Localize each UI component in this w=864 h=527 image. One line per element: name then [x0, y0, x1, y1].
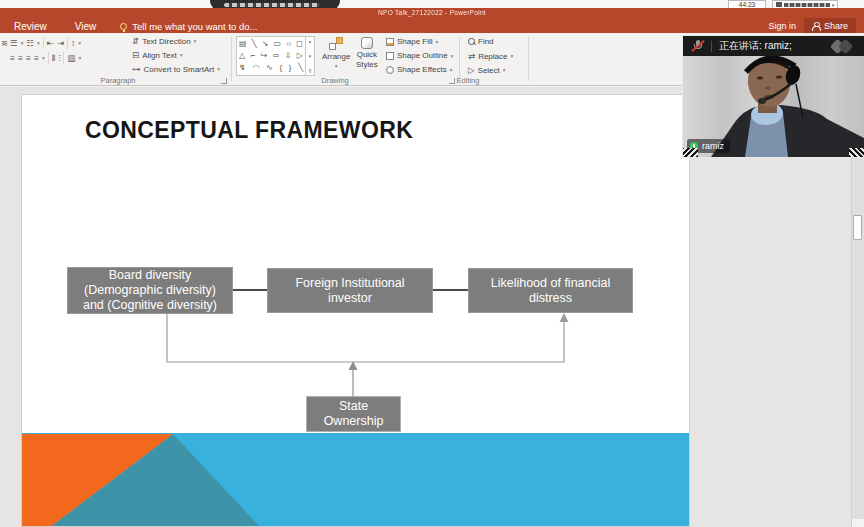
gallery-down-icon[interactable]: ▾	[309, 53, 312, 59]
decrease-indent-icon[interactable]: ⇤	[47, 38, 54, 48]
slide-canvas[interactable]: CONCEPTUAL FRAMEWORK Board diversity (De…	[21, 94, 690, 527]
box-line: distress	[529, 291, 572, 306]
align-left-icon[interactable]: ≡	[10, 53, 15, 63]
scrollbar-thumb[interactable]	[853, 215, 862, 240]
ribbon-tabs: Review View Tell me what you want to do.…	[10, 19, 257, 34]
diagonal-line-shape-icon[interactable]: ╲	[298, 62, 303, 74]
select-label: Select	[478, 66, 500, 75]
line-shape-icon[interactable]: ╲	[252, 38, 257, 50]
paragraph-group-label: Paragraph	[78, 76, 158, 85]
paragraph-row2: ≡ ≡ ≡ ≡▾ ⫴ ⫶ ▥▾	[10, 52, 81, 64]
shape-row-2: △ ⌐ ↪ ⇨ ⇩ ▷	[239, 50, 303, 62]
share-button[interactable]: Share	[804, 18, 856, 33]
text-columns-icon[interactable]: ⫶	[58, 53, 60, 63]
shape-outline-button[interactable]: Shape Outline ▾	[386, 51, 453, 60]
shape-gallery-scroll[interactable]: ▴ ▾ ⊽	[306, 36, 315, 76]
arc-shape-icon[interactable]: ◠	[252, 62, 259, 74]
convert-smartart-button[interactable]: ⊶ Convert to SmartArt ▾	[132, 64, 220, 74]
align-center-icon[interactable]: ≡	[18, 53, 23, 63]
increase-indent-icon[interactable]: ⇥	[57, 38, 64, 48]
replace-icon: ⇄	[468, 51, 475, 61]
bullets-icon[interactable]: ☰	[10, 38, 18, 48]
sign-in-link[interactable]: Sign in	[768, 21, 796, 31]
text-direction-button[interactable]: ⇵ Text Direction ▾	[132, 36, 196, 46]
tell-me-label: Tell me what you want to do...	[132, 21, 257, 32]
tab-view[interactable]: View	[71, 19, 101, 34]
resize-handle-right[interactable]	[849, 148, 864, 157]
select-button[interactable]: ▷ Select ▾	[468, 65, 506, 75]
align-right-icon[interactable]: ≡	[26, 53, 31, 63]
box-line: and (Cognitive diversity)	[83, 298, 217, 313]
webcam-panel[interactable]: 正在讲话: ramiz;	[683, 36, 864, 157]
add-remove-columns-icon[interactable]: ▥	[67, 53, 75, 63]
meeting-app-logo-icon	[830, 40, 856, 53]
shape-fill-button[interactable]: Shape Fill ▾	[386, 37, 438, 46]
cut-off-icons: ≋	[1, 38, 8, 48]
box-line: Board diversity	[109, 268, 192, 283]
columns-icon[interactable]: ⫴	[52, 53, 56, 63]
select-cursor-icon: ▷	[468, 65, 475, 75]
drawing-group-label: Drawing	[295, 76, 375, 85]
webcam-header[interactable]: 正在讲话: ramiz;	[683, 36, 864, 56]
tab-review[interactable]: Review	[10, 19, 51, 34]
paragraph-row1: ☰▾ ☷▾ ⇤ ⇥ ↕▾	[10, 37, 81, 49]
text-direction-icon: ⇵	[132, 36, 139, 46]
textbox-shape-icon[interactable]: ▤	[239, 38, 247, 50]
shape-gallery[interactable]: ▤ ╲ ↘ ▭ ○ ◻ △ ⌐ ↪ ⇨ ⇩ ▷ ↯ ◠ ∿ { } ╲	[236, 36, 306, 76]
shape-effects-label: Shape Effects	[397, 65, 447, 74]
box-state-ownership[interactable]: State Ownership	[306, 396, 401, 432]
freeform-shape-icon[interactable]: ↯	[239, 62, 246, 74]
speaking-label: 正在讲话: ramiz;	[719, 39, 792, 53]
numbering-icon[interactable]: ☷	[26, 38, 34, 48]
monitor-icon	[776, 2, 782, 7]
right-arrow-shape-icon[interactable]: ⇨	[273, 50, 280, 62]
share-button-label: Share	[824, 21, 848, 31]
shape-outline-label: Shape Outline	[397, 51, 448, 60]
box-board-diversity[interactable]: Board diversity (Demographic diversity) …	[67, 267, 233, 314]
line-spacing-icon[interactable]: ↕	[71, 38, 75, 48]
shape-row-3: ↯ ◠ ∿ { } ╲	[239, 62, 303, 74]
align-text-label: Align Text	[142, 51, 177, 60]
find-button[interactable]: Find	[468, 37, 494, 46]
document-title: NPO Talk_27122022 - PowerPoint	[0, 9, 864, 16]
shape-fill-icon	[386, 38, 394, 46]
gallery-more-icon[interactable]: ⊽	[308, 68, 312, 74]
quick-styles-button[interactable]: Quick Styles	[356, 37, 378, 69]
curved-arrow-shape-icon[interactable]: ↪	[261, 50, 268, 62]
header-divider	[711, 41, 712, 52]
arrow-line-shape-icon[interactable]: ↘	[262, 38, 269, 50]
resize-handle-left[interactable]	[683, 148, 698, 157]
callout-shape-icon[interactable]: ▷	[297, 50, 303, 62]
scribble-shape-icon[interactable]: ∿	[266, 62, 273, 74]
find-label: Find	[478, 37, 494, 46]
box-foreign-investor[interactable]: Foreign Institutional investor	[267, 268, 433, 313]
tell-me-search[interactable]: Tell me what you want to do...	[120, 21, 257, 32]
elbow-shape-icon[interactable]: ⌐	[251, 50, 256, 62]
shape-effects-button[interactable]: Shape Effects ▾	[386, 65, 452, 74]
box-line: investor	[328, 291, 372, 306]
shape-row-1: ▤ ╲ ↘ ▭ ○ ◻	[239, 38, 303, 50]
justify-icon[interactable]: ≡	[34, 53, 39, 63]
box-line: Likelihood of financial	[491, 276, 611, 291]
box-line: State	[339, 399, 368, 414]
mic-muted-icon	[691, 40, 705, 52]
rounded-rect-shape-icon[interactable]: ◻	[296, 38, 303, 50]
arrange-button[interactable]: Arrange ▾	[322, 37, 350, 69]
rectangle-shape-icon[interactable]: ▭	[274, 38, 282, 50]
paragraph-dialog-launcher[interactable]	[221, 78, 227, 84]
box-financial-distress[interactable]: Likelihood of financial distress	[468, 268, 633, 313]
replace-button[interactable]: ⇄ Replace ▾	[468, 51, 513, 61]
smartart-icon: ⊶	[132, 64, 141, 74]
align-text-button[interactable]: ⊟ Align Text ▾	[132, 50, 182, 60]
lightbulb-icon	[120, 23, 127, 30]
slide-title[interactable]: CONCEPTUAL FRAMEWORK	[85, 117, 413, 144]
right-brace-shape-icon[interactable]: }	[289, 62, 292, 74]
down-arrow-shape-icon[interactable]: ⇩	[285, 50, 292, 62]
chevron-down-icon: ▾	[832, 2, 835, 8]
left-brace-shape-icon[interactable]: {	[279, 62, 282, 74]
arrange-label: Arrange	[322, 52, 350, 61]
slide-decoration-band	[22, 433, 690, 527]
triangle-shape-icon[interactable]: △	[239, 50, 245, 62]
oval-shape-icon[interactable]: ○	[286, 38, 291, 50]
gallery-up-icon[interactable]: ▴	[309, 38, 312, 44]
